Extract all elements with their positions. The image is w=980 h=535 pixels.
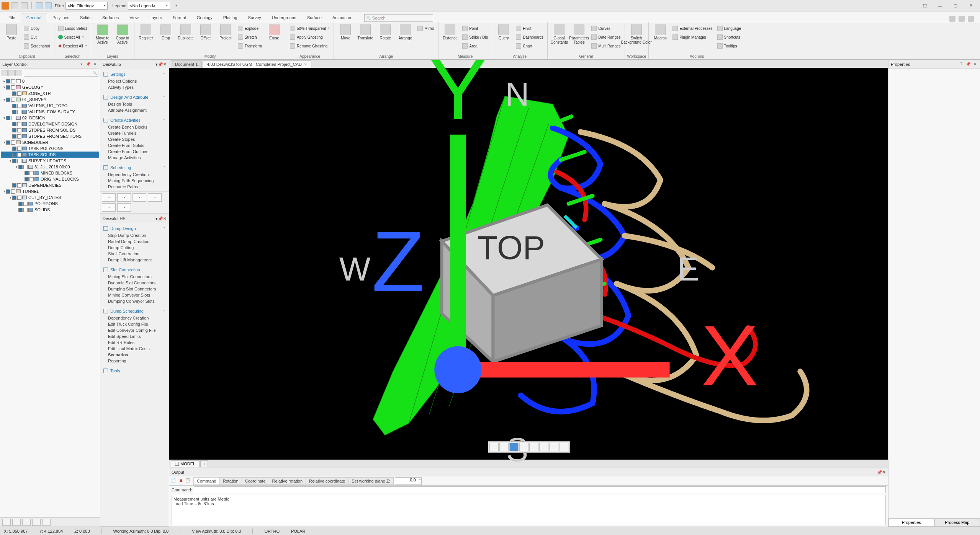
date-ranges-button[interactable]: Date Ranges	[590, 33, 622, 41]
move-button[interactable]: Move	[336, 24, 355, 41]
view-zoom-icon[interactable]	[509, 443, 519, 451]
erase-button[interactable]: Erase	[265, 24, 283, 41]
status-polar[interactable]: POLAR	[291, 529, 305, 533]
layer-node[interactable]: POLYGONS	[1, 201, 99, 207]
output-tab-rel-rot[interactable]: Relative rotation	[269, 477, 306, 485]
layer-node[interactable]: ▸0	[1, 78, 99, 84]
project-button[interactable]: Project	[216, 24, 235, 41]
view-pan-icon[interactable]	[499, 443, 509, 451]
arrange-button[interactable]: Arrange	[396, 24, 414, 41]
copy-button[interactable]: Copy	[22, 24, 52, 32]
output-copy-icon[interactable]: 📋	[185, 478, 192, 484]
layer-search-input[interactable]	[24, 70, 98, 77]
checkbox-icon[interactable]	[11, 98, 15, 102]
ribbon-tab-animation[interactable]: Animation	[327, 13, 357, 22]
checkbox-icon[interactable]	[18, 165, 23, 169]
lf-icon-3[interactable]	[22, 519, 31, 526]
panel-pin-icon[interactable]: 📌	[965, 62, 971, 67]
strike-dip-button[interactable]: Strike / Dip	[461, 33, 489, 41]
lf-icon-4[interactable]	[32, 519, 41, 526]
redo-icon[interactable]	[45, 2, 52, 9]
is-tool-6[interactable]	[117, 203, 131, 212]
checkbox-icon[interactable]	[23, 208, 28, 212]
checkbox-icon[interactable]	[12, 183, 16, 188]
checkbox-icon[interactable]	[11, 79, 15, 83]
shortcuts-button[interactable]: Shortcuts	[716, 33, 743, 41]
ribbon-tab-polylines[interactable]: Polylines	[47, 13, 75, 22]
language-button[interactable]: Language	[716, 24, 743, 32]
layer-node[interactable]: ZONE_XTR	[1, 90, 99, 96]
offset-button[interactable]: Offset	[196, 24, 215, 41]
close-button[interactable]: ✕	[963, 0, 978, 11]
checkbox-icon[interactable]	[6, 116, 10, 120]
checkbox-icon[interactable]	[12, 91, 16, 96]
layer-node[interactable]: ▾CUT_BY_DATES	[1, 194, 99, 201]
checkbox-icon[interactable]	[17, 110, 21, 114]
layer-node[interactable]: ▾02_DESIGN	[1, 115, 99, 121]
ribbon-tab-format[interactable]: Format	[167, 13, 191, 22]
checkbox-icon[interactable]	[23, 202, 28, 206]
process-map-tab[interactable]: Process Map	[934, 519, 980, 527]
layer-node[interactable]: ▾GEOLOGY	[1, 84, 99, 90]
checkbox-icon[interactable]	[17, 147, 21, 151]
cut-button[interactable]: Cut	[22, 33, 52, 41]
checkbox-icon[interactable]	[23, 165, 28, 169]
help-icon[interactable]	[949, 16, 955, 22]
ribbon-tab-underground[interactable]: Underground	[267, 13, 302, 22]
multi-ranges-button[interactable]: Multi Ranges	[590, 42, 622, 50]
view-measure-icon[interactable]	[549, 443, 558, 451]
panel-pin-icon[interactable]: 📌	[85, 62, 91, 67]
layer-node[interactable]: ▾SCHEDULER	[1, 139, 99, 145]
ribbon-tab-surface[interactable]: Surface	[302, 13, 327, 22]
panel-close-icon[interactable]: ✕	[972, 62, 978, 67]
save-icon[interactable]	[11, 2, 18, 9]
checkbox-icon[interactable]	[11, 189, 15, 194]
status-ortho[interactable]: ORTHO	[264, 529, 280, 533]
ribbon-search-input[interactable]: Search	[364, 14, 433, 22]
qat-dropdown-icon[interactable]: ▼	[175, 4, 178, 7]
checkbox-icon[interactable]	[6, 79, 10, 83]
stretch-button[interactable]: Stretch	[236, 33, 263, 41]
layer-node[interactable]: ORIGINAL BLOCKS	[1, 176, 99, 182]
ribbon-tab-solids[interactable]: Solids	[75, 13, 97, 22]
plugin-manager-button[interactable]: Plugin Manager	[671, 33, 714, 41]
deselect-all-button[interactable]: ✖Deselect All▾	[57, 42, 88, 50]
layer-expand-icon[interactable]	[8, 70, 15, 76]
checkbox-icon[interactable]	[17, 134, 21, 139]
ribbon-tab-geology[interactable]: Geology	[191, 13, 218, 22]
checkbox-icon[interactable]	[17, 183, 21, 188]
ribbon-toggle-icon[interactable]: ⬚	[917, 0, 933, 11]
switch-bg-button[interactable]: Switch Background Color	[627, 24, 646, 45]
properties-tab[interactable]: Properties	[888, 519, 934, 527]
mirror-button[interactable]: Mirror	[416, 24, 436, 32]
panel-close-icon[interactable]: ✕	[92, 62, 98, 67]
checkbox-icon[interactable]	[25, 171, 29, 175]
output-tab-rel-coord[interactable]: Relative coordinate	[306, 477, 348, 485]
view-section-icon[interactable]	[519, 443, 528, 451]
is-tool-5[interactable]	[102, 203, 116, 212]
is-tool-2[interactable]	[117, 193, 131, 202]
global-constants-button[interactable]: Global Constants	[550, 24, 568, 45]
checkbox-icon[interactable]	[12, 128, 16, 132]
ribbon-tab-surfaces[interactable]: Surfaces	[97, 13, 124, 22]
layer-node[interactable]: ▾TUNNEL	[1, 188, 99, 194]
register-button[interactable]: Register	[137, 24, 155, 41]
output-save-icon[interactable]: 📄	[171, 478, 178, 484]
chart-button[interactable]: Chart	[514, 42, 545, 50]
checkbox-icon[interactable]	[25, 177, 29, 181]
checkbox-icon[interactable]	[12, 153, 16, 157]
layer-tree[interactable]: ▸0▾GEOLOGYZONE_XTR▾01_SURVEYVALENS_UG_TO…	[0, 77, 100, 517]
output-tab-command[interactable]: Command	[193, 477, 220, 485]
layer-node[interactable]: STOPES FROM SECTIONS	[1, 133, 99, 139]
settings-icon[interactable]	[959, 16, 965, 22]
legend-combo[interactable]: <No Legend>	[128, 2, 170, 10]
transform-button[interactable]: Transform	[236, 42, 263, 50]
point-button[interactable]: Point	[461, 24, 489, 32]
curves-button[interactable]: Curves	[590, 24, 622, 32]
dashboards-button[interactable]: Dashboards	[514, 33, 545, 41]
checkbox-icon[interactable]	[11, 116, 15, 120]
ribbon-tab-view[interactable]: View	[124, 13, 144, 22]
checkbox-icon[interactable]	[12, 196, 16, 200]
pivot-button[interactable]: Pivot	[514, 24, 545, 32]
print-icon[interactable]	[21, 2, 28, 9]
